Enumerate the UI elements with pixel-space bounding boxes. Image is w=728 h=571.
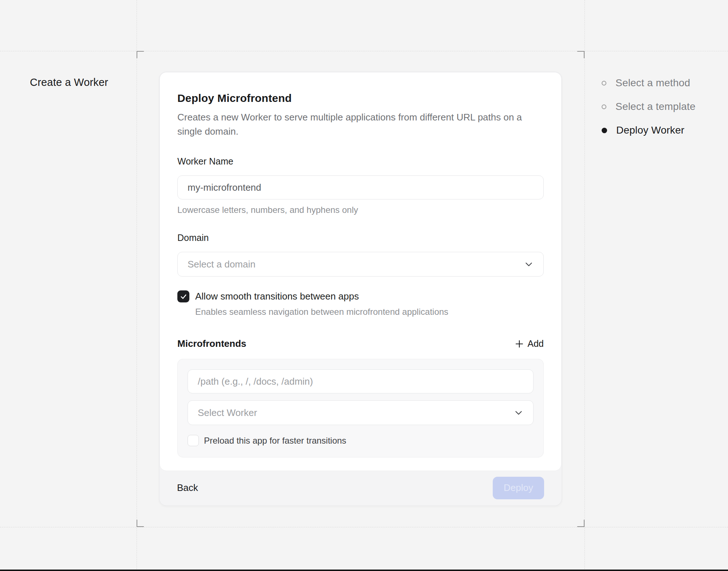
card-body: Deploy Microfrontend Creates a new Worke… [160,72,562,471]
smooth-transitions-checkbox[interactable] [177,290,189,302]
guide-line-vertical-left [137,0,137,571]
deploy-button[interactable]: Deploy [493,477,544,499]
step-dot-icon [602,104,606,109]
page-title: Create a Worker [30,76,108,88]
preload-checkbox[interactable] [188,435,199,446]
deploy-microfrontend-card: Deploy Microfrontend Creates a new Worke… [159,72,562,506]
corner-bracket-top-left [137,51,144,58]
step-dot-icon [602,81,606,86]
step-label: Select a method [615,77,690,89]
guide-line-horizontal-bottom [0,527,728,527]
guide-line-horizontal-top [0,51,728,51]
worker-select[interactable]: Select Worker [188,400,534,425]
microfrontend-entry-panel: Select Worker Preload this app for faste… [177,359,544,457]
smooth-transitions-label: Allow smooth transitions between apps [195,291,359,302]
step-label: Select a template [615,101,696,112]
path-input[interactable] [188,369,534,393]
smooth-transitions-helper: Enables seamless navigation between micr… [195,307,544,317]
stepper-item-select-method: Select a method [602,77,696,89]
stepper-item-deploy-worker: Deploy Worker [602,124,696,136]
domain-select-placeholder: Select a domain [188,259,255,270]
preload-label: Preload this app for faster transitions [204,436,346,446]
worker-name-input[interactable] [177,175,544,199]
chevron-down-icon [524,259,534,269]
add-button-label: Add [528,338,544,349]
card-footer: Back Deploy [160,470,562,505]
wizard-stepper: Select a method Select a template Deploy… [602,77,696,136]
card-title: Deploy Microfrontend [177,92,544,104]
corner-bracket-top-right [577,51,585,58]
plus-icon [515,340,524,348]
screen-bottom-bar [0,570,728,571]
domain-label: Domain [177,233,544,243]
corner-bracket-bottom-left [137,520,144,527]
corner-bracket-bottom-right [577,520,585,527]
step-label: Deploy Worker [616,124,684,136]
back-button[interactable]: Back [177,482,198,493]
checkmark-icon [180,293,187,300]
card-description: Creates a new Worker to serve multiple a… [177,110,544,139]
microfrontends-label: Microfrontends [177,338,246,349]
step-dot-active-icon [602,128,607,133]
worker-name-label: Worker Name [177,156,544,167]
stepper-item-select-template: Select a template [602,101,696,112]
domain-select[interactable]: Select a domain [177,252,544,277]
worker-name-helper: Lowercase letters, numbers, and hyphens … [177,205,544,215]
worker-select-placeholder: Select Worker [198,407,257,419]
guide-line-vertical-right [585,0,585,571]
add-microfrontend-button[interactable]: Add [515,338,544,349]
chevron-down-icon [514,408,523,417]
